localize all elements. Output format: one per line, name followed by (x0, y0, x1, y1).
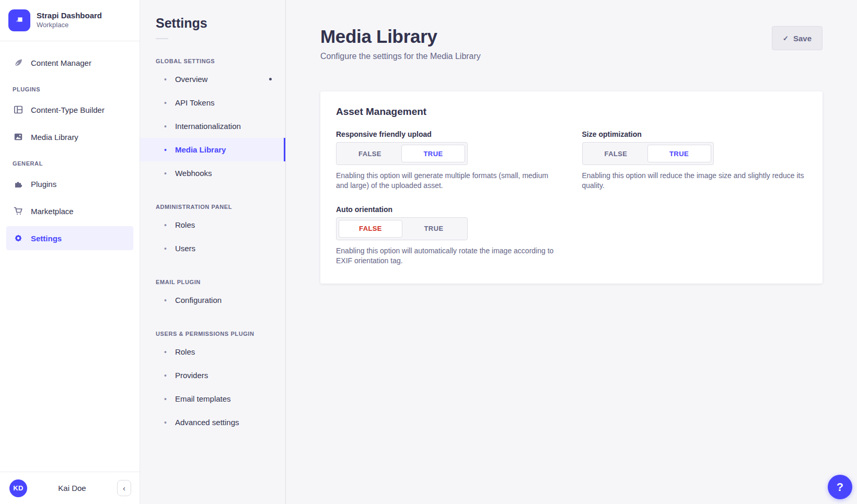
settings-nav-advanced-settings[interactable]: • Advanced settings (140, 411, 285, 434)
sidebar-item-settings[interactable]: Settings (6, 226, 133, 250)
field-size-optimization: Size optimization FALSE TRUE Enabling th… (582, 130, 807, 191)
subnav-title: Settings (140, 16, 285, 31)
sidebar-item-label: Plugins (31, 180, 56, 189)
field-hint: Enabling this option will automatically … (336, 246, 561, 266)
toggle-option-true[interactable]: TRUE (647, 145, 711, 162)
sidebar-item-label: Content-Type Builder (31, 106, 105, 114)
settings-nav-label: Roles (175, 220, 272, 229)
settings-subnav: Settings GLOBAL SETTINGS • Overview • AP… (140, 0, 286, 504)
bullet-icon: • (164, 348, 167, 356)
settings-nav-label: Email templates (175, 394, 272, 403)
toggle-option-true[interactable]: TRUE (401, 145, 465, 162)
nav-section-general: GENERAL (0, 160, 140, 167)
shopping-cart-icon (13, 206, 24, 217)
toggle-option-false[interactable]: FALSE (585, 145, 647, 162)
settings-nav-providers[interactable]: • Providers (140, 364, 285, 387)
settings-nav-label: Users (175, 244, 272, 253)
settings-nav-media-library[interactable]: • Media Library (140, 138, 285, 161)
settings-nav-overview[interactable]: • Overview (140, 67, 285, 91)
bullet-icon: • (164, 395, 167, 403)
gear-icon (13, 233, 24, 244)
toggle-option-false[interactable]: FALSE (339, 145, 401, 162)
app-title: Strapi Dashboard (37, 11, 102, 21)
settings-nav-email-configuration[interactable]: • Configuration (140, 288, 285, 312)
chevron-left-icon: ‹ (123, 484, 125, 493)
field-hint: Enabling this option will reduce the ima… (582, 171, 807, 191)
bullet-icon: • (164, 146, 167, 154)
sidebar-item-content-manager[interactable]: Content Manager (0, 51, 140, 75)
page-subtitle: Configure the settings for the Media Lib… (320, 52, 481, 61)
responsive-friendly-upload-toggle[interactable]: FALSE TRUE (336, 142, 468, 165)
main-content: Media Library Configure the settings for… (286, 0, 857, 504)
sidebar-item-plugins[interactable]: Plugins (0, 172, 140, 196)
asset-management-panel: Asset Management Responsive friendly upl… (320, 91, 823, 284)
sidebar-item-marketplace[interactable]: Marketplace (0, 199, 140, 223)
settings-nav-up-roles[interactable]: • Roles (140, 340, 285, 364)
save-button-label: Save (793, 34, 812, 43)
fields-grid: Responsive friendly upload FALSE TRUE En… (336, 130, 807, 266)
field-auto-orientation: Auto orientation FALSE TRUE Enabling thi… (336, 205, 561, 266)
main-nav-list: Content Manager PLUGINS Content-Type Bui… (0, 41, 140, 472)
field-responsive-friendly-upload: Responsive friendly upload FALSE TRUE En… (336, 130, 561, 191)
auto-orientation-toggle[interactable]: FALSE TRUE (336, 217, 468, 240)
sidebar-item-label: Settings (31, 234, 62, 243)
user-name: Kai Doe (27, 484, 117, 493)
subnav-group-email-plugin: EMAIL PLUGIN (140, 279, 285, 285)
settings-nav-label: Roles (175, 347, 272, 356)
check-icon: ✓ (783, 34, 789, 42)
settings-nav-email-templates[interactable]: • Email templates (140, 387, 285, 411)
strapi-logo-icon (8, 9, 30, 31)
avatar: KD (9, 479, 27, 497)
title-divider (156, 38, 168, 39)
sidebar-item-media-library[interactable]: Media Library (0, 125, 140, 149)
help-button[interactable]: ? (828, 475, 852, 499)
subnav-group-users-permissions: USERS & PERMISSIONS PLUGIN (140, 331, 285, 337)
settings-nav-label: Media Library (175, 145, 272, 154)
layout-icon (13, 104, 24, 115)
subnav-group-administration-panel: ADMINISTRATION PANEL (140, 204, 285, 210)
question-mark-icon: ? (837, 480, 843, 494)
image-icon (13, 132, 24, 143)
settings-nav-label: Internationalization (175, 122, 272, 131)
panel-title: Asset Management (336, 106, 807, 118)
collapse-sidebar-button[interactable]: ‹ (117, 480, 131, 496)
feather-pen-icon (13, 57, 24, 68)
bullet-icon: • (164, 372, 167, 379)
settings-nav-admin-users[interactable]: • Users (140, 237, 285, 260)
bullet-icon: • (164, 76, 167, 83)
sidebar-item-label: Marketplace (31, 207, 74, 216)
save-button[interactable]: ✓ Save (772, 26, 823, 50)
field-hint: Enabling this option will generate multi… (336, 171, 561, 191)
settings-nav-label: Overview (175, 75, 261, 84)
puzzle-icon (13, 179, 24, 190)
main-sidebar: Strapi Dashboard Workplace Content Manag… (0, 0, 140, 504)
field-label: Size optimization (582, 130, 807, 138)
workplace-label: Workplace (37, 21, 102, 30)
nav-section-plugins: PLUGINS (0, 86, 140, 92)
notification-dot (269, 78, 272, 80)
size-optimization-toggle[interactable]: FALSE TRUE (582, 142, 714, 165)
settings-nav-label: API Tokens (175, 98, 272, 107)
settings-nav-label: Advanced settings (175, 418, 272, 427)
settings-nav-internationalization[interactable]: • Internationalization (140, 114, 285, 138)
settings-nav-label: Providers (175, 371, 272, 380)
page-title: Media Library (320, 26, 481, 47)
brand-header[interactable]: Strapi Dashboard Workplace (0, 0, 140, 41)
toggle-option-false[interactable]: FALSE (339, 220, 402, 238)
bullet-icon: • (164, 419, 167, 426)
page-header: Media Library Configure the settings for… (320, 26, 823, 61)
sidebar-item-content-type-builder[interactable]: Content-Type Builder (0, 98, 140, 122)
field-label: Responsive friendly upload (336, 130, 561, 138)
bullet-icon: • (164, 245, 167, 252)
bullet-icon: • (164, 297, 167, 304)
toggle-option-true[interactable]: TRUE (402, 220, 465, 238)
bullet-icon: • (164, 99, 167, 107)
settings-nav-admin-roles[interactable]: • Roles (140, 213, 285, 237)
settings-nav-api-tokens[interactable]: • API Tokens (140, 91, 285, 114)
settings-nav-webhooks[interactable]: • Webhooks (140, 161, 285, 185)
user-bar: KD Kai Doe ‹ (0, 472, 140, 504)
sidebar-item-label: Content Manager (31, 58, 91, 67)
field-label: Auto orientation (336, 205, 561, 214)
settings-nav-label: Webhooks (175, 169, 272, 178)
sidebar-item-label: Media Library (31, 133, 78, 142)
